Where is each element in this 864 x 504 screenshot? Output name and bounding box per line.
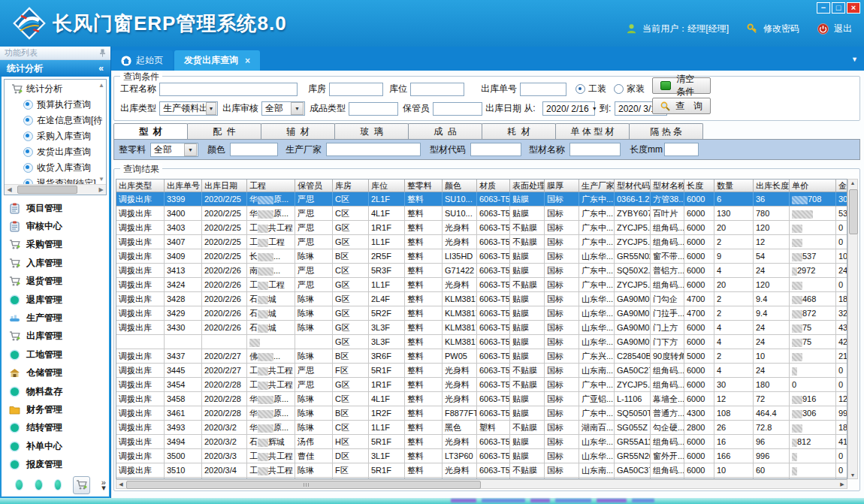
tree-item[interactable]: 在途信息查询[待 [5,113,106,128]
column-header[interactable]: 保管员 [295,180,333,192]
sidebar-item-工地管理[interactable]: 工地管理 [9,346,109,364]
scroll-right-icon[interactable]: ▶ [96,186,106,193]
product-type-input[interactable] [349,102,398,116]
scroll-thumb[interactable] [849,189,858,234]
table-row[interactable]: 调拨出库34302020/2/26石城陈琳G区3L3F整料KLM38176063… [116,321,847,335]
column-header[interactable]: 出库单号 [165,180,202,192]
more-modules-chevron[interactable]: »▾ [101,480,106,490]
table-row[interactable]: G区3L3F整料KLM38176063-T5贴膜国标山东华...GA90M09.… [116,335,847,349]
material-tab-6[interactable]: 耗 材 [482,123,556,139]
material-tab-1[interactable]: 型 材 [113,123,188,139]
table-row[interactable]: 调拨出库35102020/3/4工共工程陈琳F区5R1F整料光身料6063-T5… [116,463,847,478]
sidebar-item-报废管理[interactable]: 报废管理 [9,455,109,473]
scroll-left-icon[interactable]: ◀ [116,480,125,488]
radio-jiazhuang-label[interactable]: 家装 [627,83,645,95]
radio-gongzhuang-label[interactable]: 工装 [588,83,606,95]
tree-item[interactable]: 收货入库查询 [5,160,106,176]
profile-name-input[interactable] [569,143,621,156]
table-row[interactable]: 调拨出库34372020/2/27佛...陈琳B区3R6F整料PW056063-… [116,349,847,364]
table-row[interactable]: 调拨出库34072020/2/25工工程严思G区1L1F整料光身料6063-T5… [116,235,847,249]
column-header[interactable]: 长度 [684,180,714,192]
sidebar-section-header[interactable]: 统计分析 « [0,60,110,77]
keeper-input[interactable] [433,102,482,116]
column-header[interactable]: 库位 [369,180,405,192]
table-row[interactable]: 调拨出库34932020/3/2华原...陈琳C区1L1F整料黑色塑料不贴膜国标… [116,421,847,435]
table-row[interactable]: 调拨出库34282020/2/26石城陈琳G区2L4F整料KLM38176063… [116,292,847,306]
scroll-up-icon[interactable]: ▲ [848,180,857,186]
sidebar-item-结转管理[interactable]: 结转管理 [9,419,109,437]
column-header[interactable]: 整零料 [405,180,443,192]
sidebar-item-物料盘存[interactable]: 物料盘存 [9,382,109,400]
sidebar-item-出库管理[interactable]: 出库管理 [9,327,109,346]
minimize-button[interactable]: − [817,2,830,14]
order-no-input[interactable] [520,83,566,96]
sidebar-item-采购管理[interactable]: 采购管理 [9,236,109,254]
table-row[interactable]: 调拨出库35002020/3/3工共工程曹佳D区3L1F整料LT3P606063… [116,449,847,463]
project-name-input[interactable] [159,83,298,96]
column-header[interactable]: 型材代码 [615,180,651,192]
tab-close-icon[interactable]: × [245,56,250,66]
column-header[interactable]: 生产厂家 [579,180,615,192]
column-header[interactable]: 型材名称 [651,180,684,192]
column-header[interactable]: 数量 [714,180,754,192]
column-header[interactable]: 出库日期 [202,180,247,192]
column-header[interactable]: 膜厚 [545,180,579,192]
material-tab-7[interactable]: 单 体 型 材 [555,123,630,139]
tree-horizontal-scrollbar[interactable]: ◀ ▶ [5,184,106,195]
column-header[interactable]: 表面处理 [510,180,545,192]
material-tab-8[interactable]: 隔 热 条 [629,123,703,139]
radio-jiazhuang[interactable] [614,84,624,94]
tab-shipping-outbound-query[interactable]: 发货出库查询 × [174,50,260,71]
module-dot-icon[interactable] [35,479,43,490]
column-header[interactable]: 出库类型 [116,180,165,192]
clear-conditions-button[interactable]: 清空条件 [652,77,711,94]
module-dot-icon[interactable] [54,479,62,490]
search-button[interactable]: 查 询 [652,98,711,114]
warehouse-input[interactable] [329,83,383,96]
table-row[interactable]: 调拨出库34452020/2/27工共工程严思F区5R1F整料光身料6063-T… [116,364,847,378]
tree-scroll-down-icon[interactable]: ▼ [98,176,104,183]
sidebar-item-项目管理[interactable]: 项目管理 [9,199,109,217]
radio-gongzhuang[interactable] [575,84,585,94]
date-from-picker[interactable]: 2020/ 2/16▼ [542,101,595,116]
table-row[interactable]: 调拨出库34002020/2/25华原...严思C区4L1F整料SU10...6… [116,207,847,221]
tree-root-node[interactable]: 统计分析 [5,80,106,97]
table-row[interactable]: 调拨出库34942020/3/2石辉城汤伟H区5R1F整料光身料6063-T5贴… [116,435,847,449]
table-row[interactable]: 调拨出库34092020/2/25长...陈琳B区2R5F整料LI35HD606… [116,249,847,264]
maker-input[interactable] [326,143,421,156]
material-tab-2[interactable]: 配 件 [187,123,261,139]
sidebar-item-仓储管理[interactable]: 仓储管理 [9,364,109,382]
table-row[interactable]: 调拨出库34032020/2/25工共工程严思G区1R1F整料光身料6063-T… [116,221,847,235]
material-tab-4[interactable]: 玻 璃 [334,123,409,139]
sidebar-item-补单中心[interactable]: 补单中心 [9,437,109,455]
results-table[interactable]: 出库类型出库单号出库日期工程保管员库房库位整零料颜色材质表面处理膜厚生产厂家型材… [116,179,847,479]
length-input[interactable] [664,143,699,156]
part-combo[interactable]: 全部▼ [150,143,198,157]
maximize-button[interactable]: □ [832,2,845,14]
table-row[interactable]: 调拨出库34242020/2/26工工程严思G区1L1F整料光身料6063-T5… [116,278,847,292]
table-row[interactable]: 调拨出库34612020/2/28华原...陈琳B区1R2F整料F8877FT6… [116,406,847,421]
table-row[interactable]: 调拨出库34292020/2/26石城陈琳G区5R2F整料KLM38176063… [116,306,847,321]
column-header[interactable]: 工程 [247,180,295,192]
tree-item[interactable]: 发货出库查询 [5,144,106,160]
collapse-icon[interactable]: « [98,63,104,74]
material-tab-3[interactable]: 辅 材 [261,123,335,139]
scroll-thumb[interactable] [17,186,77,194]
tree-scroll-up-icon[interactable]: ▲ [98,82,104,89]
column-header[interactable]: 材质 [477,180,510,192]
pin-icon[interactable] [99,49,106,57]
sidebar-item-财务管理[interactable]: 财务管理 [9,400,109,418]
scroll-right-icon[interactable]: ▶ [838,480,847,488]
tab-overflow-caret-icon[interactable]: ▼ [851,56,858,63]
profile-code-input[interactable] [470,143,521,156]
slot-input[interactable] [410,83,464,96]
module-dot-icon[interactable] [15,479,23,490]
material-tab-5[interactable]: 成 品 [408,123,482,139]
scroll-down-icon[interactable]: ▼ [848,472,857,478]
column-header[interactable]: 库房 [333,180,369,192]
audit-combo[interactable]: 全部▼ [261,101,305,116]
out-type-combo[interactable]: 生产领料出库▼ [159,101,218,116]
sidebar-item-生产管理[interactable]: 生产管理 [9,309,109,327]
sidebar-item-退货管理[interactable]: 退货管理 [9,273,109,291]
tab-start-page[interactable]: 起始页 [111,50,173,71]
